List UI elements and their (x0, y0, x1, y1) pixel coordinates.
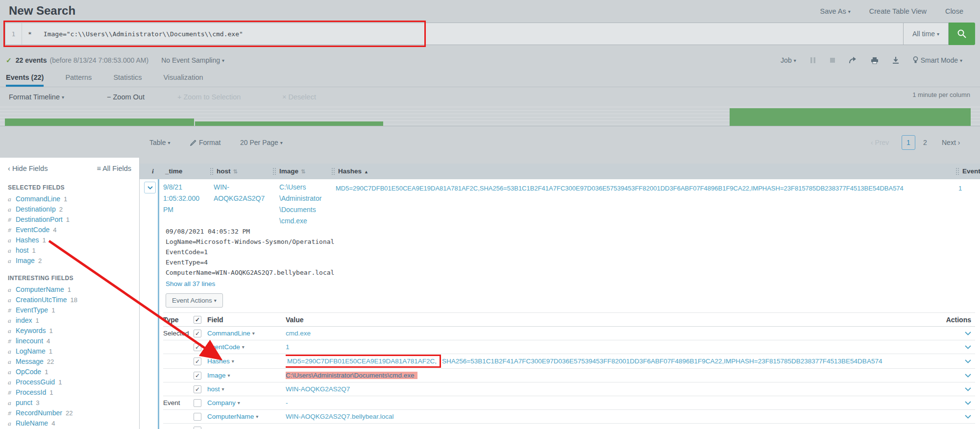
timeline-bar[interactable] (730, 108, 971, 126)
format-timeline-dropdown[interactable]: Format Timeline▾ (9, 93, 64, 101)
field-checkbox[interactable] (194, 399, 201, 407)
field-name-link[interactable]: ComputerName▾ (207, 413, 286, 420)
image-column-header[interactable]: Image⇅ (279, 164, 305, 179)
event-sampling-dropdown[interactable]: No Event Sampling▾ (161, 56, 224, 64)
timeline-bar[interactable] (5, 119, 194, 126)
view-mode-dropdown[interactable]: Table▾ (149, 135, 171, 150)
sidebar-field-item[interactable]: # ProcessId 1 (0, 387, 139, 398)
sidebar-field-item[interactable]: a Hashes 1 (0, 235, 139, 245)
sidebar-field-item[interactable]: a punct 3 (0, 398, 139, 408)
field-checkbox[interactable] (194, 413, 201, 421)
print-icon[interactable] (871, 57, 879, 64)
select-all-checkbox[interactable] (194, 316, 201, 324)
field-checkbox[interactable] (194, 385, 201, 393)
pagination-prev[interactable]: ‹ Prev (871, 135, 889, 150)
hide-fields-button[interactable]: ‹ Hide Fields (8, 165, 48, 172)
field-checkbox[interactable] (194, 427, 201, 429)
format-results-button[interactable]: Format (190, 135, 220, 150)
sidebar-field-item[interactable]: a Keywords 1 (0, 326, 139, 336)
sort-icon: ⇅ (301, 168, 305, 174)
time-range-picker[interactable]: All time▾ (904, 23, 949, 45)
sidebar-field-item[interactable]: a OpCode 1 (0, 367, 139, 377)
create-table-view-button[interactable]: Create Table View (869, 7, 927, 15)
save-as-button[interactable]: Save As▾ (820, 7, 851, 15)
event-host-cell[interactable]: WIN-AOQKG2AS2Q7 (214, 182, 265, 204)
all-fields-button[interactable]: ≡ All Fields (97, 165, 131, 172)
event-time-cell[interactable]: 9/8/211:05:32.000PM (163, 182, 199, 215)
sidebar-field-item[interactable]: a RuleName 4 (0, 418, 139, 429)
field-table-row: ComputerName▾ WIN-AOQKG2AS2Q7.bellybear.… (163, 410, 975, 424)
field-name-link[interactable]: Image▾ (207, 372, 286, 379)
share-icon[interactable] (849, 57, 857, 64)
sidebar-field-item[interactable]: a CommandLine 1 (0, 194, 139, 204)
tab[interactable]: Statistics (113, 71, 142, 87)
time-column-header[interactable]: _time (165, 164, 182, 179)
stop-icon[interactable] (830, 57, 835, 63)
search-button[interactable] (949, 23, 975, 45)
sidebar-field-item[interactable]: a index 1 (0, 315, 139, 326)
event-image-cell[interactable]: C:\Users\Administrator\Documents\cmd.exe (279, 182, 321, 227)
field-name-link[interactable]: Company▾ (207, 399, 286, 406)
timeline-zoom-out-button[interactable]: − Zoom Out (107, 93, 145, 101)
pagination-next[interactable]: Next › (942, 135, 960, 150)
collapse-event-toggle[interactable] (144, 182, 156, 193)
search-input[interactable]: 1 * Image="c:\\Users\\Administrator\\Doc… (5, 23, 904, 45)
row-actions-chevron-icon[interactable] (965, 401, 971, 405)
field-checkbox[interactable] (194, 343, 201, 351)
pause-icon[interactable] (810, 57, 816, 64)
event-actions-button[interactable]: Event Actions▾ (166, 293, 223, 308)
export-download-icon[interactable] (892, 57, 899, 64)
search-bar: 1 * Image="c:\\Users\\Administrator\\Doc… (5, 23, 975, 45)
event-hashes-cell[interactable]: MD5=290C7DFB01E50CEA9E19DA81A781AF2C,SHA… (336, 183, 904, 194)
row-actions-chevron-icon[interactable] (965, 387, 971, 391)
sidebar-field-item[interactable]: a Image 2 (0, 256, 139, 266)
row-actions-chevron-icon[interactable] (965, 415, 971, 419)
field-checkbox[interactable] (194, 372, 201, 380)
job-menu[interactable]: Job▾ (781, 56, 796, 64)
timeline-zoom-to-selection-button[interactable]: + Zoom to Selection (177, 93, 241, 101)
event-count-cell[interactable]: 1 (958, 183, 962, 194)
timeline-bar[interactable] (195, 121, 383, 126)
sidebar-field-item[interactable]: a ProcessGuid 1 (0, 377, 139, 387)
drag-handle-icon[interactable] (956, 167, 960, 175)
sidebar-field-item[interactable]: # RecordNumber 22 (0, 408, 139, 418)
field-checkbox[interactable] (194, 358, 201, 365)
drag-handle-icon[interactable] (331, 167, 336, 175)
tab[interactable]: Events (22) (6, 71, 44, 87)
close-button[interactable]: Close (945, 7, 963, 15)
smart-mode-dropdown[interactable]: Smart Mode▾ (913, 56, 962, 64)
sidebar-field-item[interactable]: # EventType 1 (0, 305, 139, 315)
row-actions-chevron-icon[interactable] (965, 345, 971, 349)
field-name-link[interactable]: CommandLine▾ (207, 330, 286, 337)
sidebar-field-item[interactable]: # linecount 4 (0, 336, 139, 346)
sidebar-field-item[interactable]: a LogName 1 (0, 346, 139, 357)
sidebar-field-item[interactable]: # DestinationPort 1 (0, 214, 139, 225)
row-actions-chevron-icon[interactable] (965, 359, 971, 363)
show-all-lines-link[interactable]: Show all 37 lines (166, 279, 334, 289)
field-name-link[interactable]: host▾ (207, 385, 286, 393)
host-column-header[interactable]: host⇅ (217, 164, 238, 179)
field-name-link[interactable]: EventCode▾ (207, 343, 286, 351)
event-timeline-chart[interactable] (0, 104, 980, 126)
field-checkbox[interactable] (194, 330, 201, 337)
tab[interactable]: Patterns (65, 71, 92, 87)
pagination-page-1[interactable]: 1 (902, 135, 915, 150)
hashes-column-header[interactable]: Hashes▲ (338, 164, 368, 179)
row-actions-chevron-icon[interactable] (965, 332, 971, 335)
sidebar-field-item[interactable]: a CreationUtcTime 18 (0, 295, 139, 305)
per-page-dropdown[interactable]: 20 Per Page▾ (240, 135, 283, 150)
sidebar-field-item[interactable]: # EventCode 4 (0, 225, 139, 235)
field-name-link[interactable]: Hashes▾ (207, 358, 286, 365)
row-actions-chevron-icon[interactable] (965, 374, 971, 378)
tab[interactable]: Visualization (163, 71, 203, 87)
sidebar-field-item[interactable]: a Message 22 (0, 357, 139, 367)
pagination-page-2[interactable]: 2 (923, 135, 927, 150)
sidebar-field-item[interactable]: a host 1 (0, 245, 139, 256)
caret-down-icon: ▾ (242, 344, 245, 350)
sidebar-field-item[interactable]: a ComputerName 1 (0, 285, 139, 295)
drag-handle-icon[interactable] (272, 167, 277, 175)
timeline-deselect-button[interactable]: × Deselect (282, 93, 316, 101)
sidebar-field-item[interactable]: a DestinationIp 2 (0, 204, 139, 214)
drag-handle-icon[interactable] (210, 167, 214, 175)
event-column-header[interactable]: Event (962, 164, 980, 179)
